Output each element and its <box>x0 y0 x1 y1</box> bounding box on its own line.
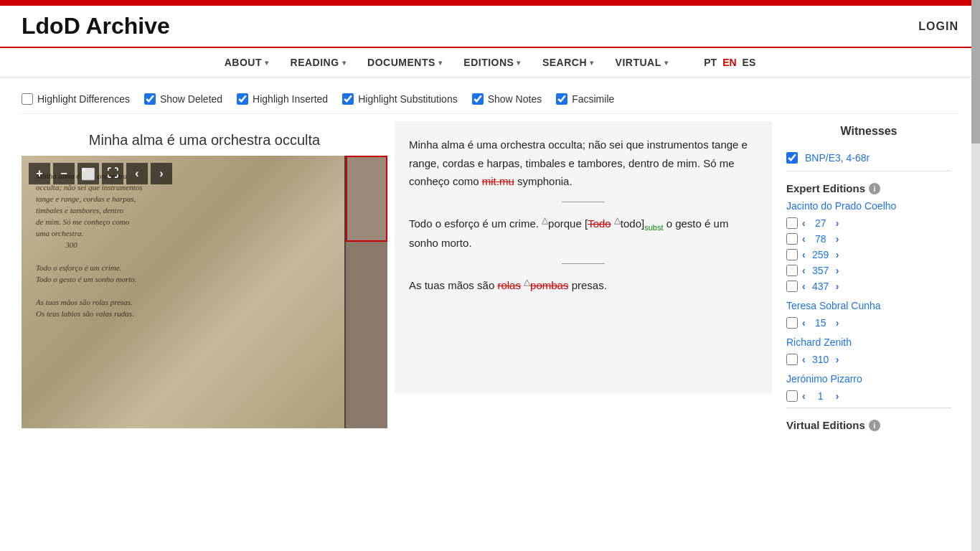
highlight-inserted-checkbox[interactable] <box>237 93 248 105</box>
nav-virtual[interactable]: VIRTUAL ▾ <box>616 57 669 68</box>
image-viewer: + − ⬜ ⛶ ‹ › Minha alma é uma orchestra o… <box>22 156 387 428</box>
prev-arrow[interactable]: ‹ <box>802 354 806 365</box>
next-arrow[interactable]: › <box>836 317 839 329</box>
show-deleted-label[interactable]: Show Deleted <box>160 93 222 105</box>
prev-arrow[interactable]: ‹ <box>802 317 806 329</box>
prev-arrow[interactable]: ‹ <box>802 281 806 292</box>
edition-checkbox[interactable] <box>786 265 798 276</box>
info-icon-2[interactable]: i <box>869 420 880 431</box>
facsimile-checkbox[interactable] <box>556 93 567 105</box>
ms-line <box>36 252 373 260</box>
prev-arrow[interactable]: ‹ <box>802 217 806 229</box>
edition-number[interactable]: 1 <box>810 390 831 402</box>
text-panel: Minha alma é uma orchestra occulta; não … <box>395 121 772 394</box>
edition-number[interactable]: 27 <box>810 217 831 229</box>
highlight-substitutions-label[interactable]: Highlight Substitutions <box>358 93 458 105</box>
nav-search[interactable]: SEARCH ▾ <box>542 57 594 68</box>
edition-checkbox[interactable] <box>786 249 798 260</box>
prev-arrow[interactable]: ‹ <box>802 265 806 276</box>
content-area: Minha alma é uma orchestra occulta + − ⬜… <box>22 121 958 437</box>
nav-editions[interactable]: EDITIONS ▾ <box>463 57 521 68</box>
next-arrow[interactable]: › <box>836 217 839 229</box>
facsimile-group: Facsimile <box>556 93 614 105</box>
edition-checkbox[interactable] <box>786 317 798 329</box>
next-arrow[interactable]: › <box>836 249 839 260</box>
next-arrow[interactable]: › <box>836 265 839 276</box>
expert-jacinto[interactable]: Jacinto do Prado Coelho <box>786 200 951 212</box>
show-notes-checkbox[interactable] <box>472 93 484 105</box>
facsimile-label[interactable]: Facsimile <box>572 93 614 105</box>
zoom-in-button[interactable]: + <box>29 163 50 184</box>
viewer-toolbar: + − ⬜ ⛶ ‹ › <box>29 163 172 184</box>
edition-number[interactable]: 310 <box>810 354 831 365</box>
navigation: ABOUT ▾ READING ▾ DOCUMENTS ▾ EDITIONS ▾… <box>0 48 980 77</box>
ms-line <box>36 286 373 295</box>
deleted-text-2: rolas <box>497 279 521 291</box>
scrollbar-thumb[interactable] <box>971 0 980 143</box>
next-arrow[interactable]: › <box>836 233 839 245</box>
separator <box>786 171 951 171</box>
chevron-down-icon: ▾ <box>664 59 669 67</box>
lang-es[interactable]: ES <box>743 57 756 68</box>
edition-checkbox[interactable] <box>786 390 798 402</box>
ms-line: de mim. Só me conheço como <box>36 217 373 226</box>
highlight-inserted-label[interactable]: Highligh Inserted <box>253 93 328 105</box>
lang-pt[interactable]: PT <box>704 57 717 68</box>
highlight-substitutions-checkbox[interactable] <box>342 93 354 105</box>
nav-about[interactable]: ABOUT ▾ <box>225 57 269 68</box>
prev-arrow[interactable]: ‹ <box>802 249 806 260</box>
header: LdoD Archive LOGIN <box>0 6 980 48</box>
edition-row: ‹ 78 › <box>786 231 951 247</box>
login-button[interactable]: LOGIN <box>918 20 958 33</box>
lang-en[interactable]: EN <box>722 57 736 68</box>
chevron-down-icon: ▾ <box>265 59 269 67</box>
ms-line: timbales e tambores, dentro <box>36 206 373 215</box>
edition-number[interactable]: 357 <box>810 265 831 276</box>
nav-documents[interactable]: DOCUMENTS ▾ <box>367 57 442 68</box>
controls-row: Highlight Differences Show Deleted Highl… <box>22 85 958 114</box>
prev-arrow[interactable]: ‹ <box>802 233 806 245</box>
edition-number[interactable]: 437 <box>810 281 831 292</box>
highlight-differences-label[interactable]: Highlight Differences <box>37 93 130 105</box>
witnesses-panel: Witnesses BNP/E3, 4-68r Expert Editions … <box>779 121 958 437</box>
show-deleted-group: Show Deleted <box>144 93 222 105</box>
show-deleted-checkbox[interactable] <box>144 93 156 105</box>
edition-checkbox[interactable] <box>786 233 798 245</box>
ms-line: uma orchestra. <box>36 229 373 237</box>
left-panel: Minha alma é uma orchestra occulta + − ⬜… <box>22 121 387 437</box>
info-icon[interactable]: i <box>869 183 880 194</box>
show-notes-label[interactable]: Show Notes <box>488 93 542 105</box>
edition-number[interactable]: 78 <box>810 233 831 245</box>
anchor-mark: △ <box>614 215 621 225</box>
prev-button[interactable]: ‹ <box>126 163 148 184</box>
highlight-differences-checkbox[interactable] <box>22 93 33 105</box>
scrollbar[interactable] <box>971 0 980 444</box>
expert-editions-title: Expert Editions i <box>786 182 951 194</box>
next-button[interactable]: › <box>151 163 172 184</box>
document-title: Minha alma é uma orchestra occulta <box>22 121 387 156</box>
anchor-mark: △ <box>542 215 548 225</box>
edition-checkbox[interactable] <box>786 217 798 229</box>
zoom-out-button[interactable]: − <box>53 163 75 184</box>
expert-richard[interactable]: Richard Zenith <box>786 336 951 348</box>
edition-checkbox[interactable] <box>786 354 798 365</box>
witness-link[interactable]: BNP/E3, 4-68r <box>805 152 870 164</box>
expert-teresa[interactable]: Teresa Sobral Cunha <box>786 300 951 311</box>
witness-checkbox[interactable] <box>786 152 798 164</box>
witnesses-title: Witnesses <box>786 121 951 149</box>
chevron-down-icon: ▾ <box>438 59 443 67</box>
thumbnail-item[interactable] <box>346 156 387 242</box>
next-arrow[interactable]: › <box>836 281 839 292</box>
next-arrow[interactable]: › <box>836 354 839 365</box>
expert-jeronimo[interactable]: Jerónimo Pizarro <box>786 373 951 385</box>
edition-number[interactable]: 259 <box>810 249 831 260</box>
edition-checkbox[interactable] <box>786 281 798 292</box>
frame-button[interactable]: ⬜ <box>77 163 99 184</box>
fullscreen-button[interactable]: ⛶ <box>102 163 123 184</box>
prev-arrow[interactable]: ‹ <box>802 390 806 402</box>
ms-line: 300 <box>36 240 373 249</box>
edition-number[interactable]: 15 <box>810 317 831 329</box>
nav-reading[interactable]: READING ▾ <box>291 57 347 68</box>
next-arrow[interactable]: › <box>836 390 839 402</box>
witness-item: BNP/E3, 4-68r <box>786 149 951 167</box>
